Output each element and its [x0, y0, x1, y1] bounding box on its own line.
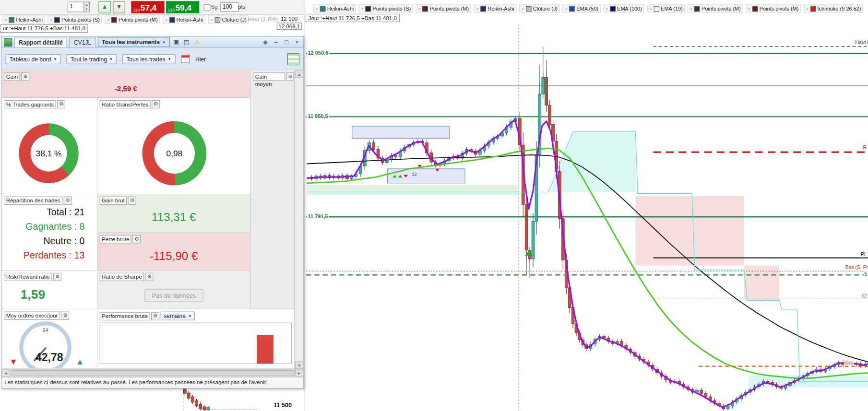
scroll-right-icon[interactable]: ►	[295, 370, 303, 377]
tab-cv1jl[interactable]: CV1JL	[70, 37, 96, 47]
legend-item[interactable]: ×Points pivots (M)	[416, 4, 471, 12]
scroll-down-icon[interactable]: ▼	[295, 361, 303, 369]
settings-wrench-icon[interactable]: ⚙	[151, 312, 159, 320]
legend-item[interactable]: ×EMA (100)	[603, 4, 644, 12]
settings-wrench-icon[interactable]: ⚙	[145, 273, 154, 281]
settings-wrench-icon[interactable]: ⚙	[286, 72, 294, 81]
report-vertical-scrollbar[interactable]: ▲ ▼	[295, 70, 303, 369]
legend-close-icon[interactable]: ×	[165, 17, 168, 23]
legend-item[interactable]: ×EMA (50)	[562, 4, 600, 12]
gain-panel: Gain⚙ -2,59 €	[1, 70, 250, 98]
warning-icon[interactable]: ⚠	[193, 38, 201, 46]
legend-close-icon[interactable]: ×	[210, 17, 213, 23]
close-icon[interactable]: ×	[293, 39, 301, 46]
table-view-icon[interactable]	[287, 53, 299, 65]
legend-item[interactable]: ×EMA (19)	[647, 4, 685, 12]
settings-wrench-icon[interactable]: ⚙	[21, 72, 29, 81]
legend-close-icon[interactable]: ×	[418, 6, 421, 12]
dashboard-dropdown[interactable]: Tableau de bord▼	[6, 54, 61, 64]
legend-close-icon[interactable]: ×	[361, 6, 364, 12]
legend-color-swatch	[169, 17, 175, 23]
legend-item-label: EMA (19)	[661, 6, 683, 12]
legend-item[interactable]: ×Heikin-Ashi	[2, 15, 45, 23]
legend-item[interactable]: ×Points pivots (S)	[359, 4, 413, 12]
sg-label: Sg	[211, 4, 218, 10]
legend-close-icon[interactable]: ×	[649, 6, 652, 12]
instruments-dropdown[interactable]: Tous les instruments ▼	[98, 37, 170, 47]
settings-wrench-icon[interactable]: ⚙	[132, 235, 141, 243]
legend-color-swatch	[654, 6, 659, 12]
legend-item[interactable]: ×Heikin-Ashi	[474, 4, 516, 12]
level-name-label: Bas (S, Pr	[845, 264, 868, 270]
legend-item[interactable]: ×Clôture (J)	[208, 15, 249, 23]
scroll-left-icon[interactable]: ◄	[1, 370, 10, 377]
settings-wrench-icon[interactable]: ⚙	[61, 312, 69, 320]
legend-item[interactable]: ×Heikin-Ashi	[313, 4, 356, 12]
trading-scope-dropdown[interactable]: Tout le trading▼	[67, 54, 117, 64]
legend-close-icon[interactable]: ×	[690, 6, 693, 12]
period-dropdown[interactable]: semaine▼	[160, 312, 195, 320]
left-haut-level-label: Haut (J, Pré)	[248, 16, 278, 22]
bid-price-box[interactable]: 11657,4	[131, 1, 164, 13]
legend-color-swatch	[810, 6, 816, 12]
legend-item[interactable]: ×Heikin-Ashi	[163, 15, 205, 23]
screenshot-icon[interactable]: ▣	[172, 38, 180, 46]
legend-close-icon[interactable]: ×	[806, 6, 809, 12]
legend-close-icon[interactable]: ×	[522, 6, 524, 12]
legend-item[interactable]: ×Points pivots (S)	[48, 15, 102, 23]
scroll-up-icon[interactable]: ▲	[295, 70, 303, 78]
minimize-icon[interactable]: –	[272, 39, 280, 46]
settings-wrench-icon[interactable]: ⚙	[152, 100, 160, 108]
legend-item[interactable]: ×Points pivots (M)	[746, 4, 801, 12]
detach-icon[interactable]: ◈	[262, 38, 270, 46]
settings-wrench-icon[interactable]: ⚙	[53, 273, 61, 281]
chevron-down-icon: ▼	[53, 57, 57, 61]
gross-loss-panel: Perte brute⚙ -115,90 €	[97, 233, 251, 270]
legend-item-label: Points pivots (M)	[760, 6, 799, 12]
sell-order-icon[interactable]: ▼	[113, 1, 125, 13]
legend-close-icon[interactable]: ×	[316, 6, 319, 12]
trades-filter-dropdown[interactable]: Tous les trades▼	[122, 54, 175, 64]
breakdown-panel-title: Répartition des trades	[4, 197, 62, 205]
legend-item-label: Heikin-Ashi	[177, 17, 203, 23]
calendar-icon[interactable]	[181, 55, 190, 63]
interval-spinner[interactable]: ▲▼	[83, 1, 90, 12]
left-chart-legend: ×Heikin-Ashi×Points pivots (S)×Points pi…	[2, 15, 249, 23]
pts-input[interactable]: 100	[220, 2, 239, 12]
legend-color-swatch	[54, 17, 60, 23]
legend-color-swatch	[610, 6, 616, 12]
hier-label: Hier	[195, 56, 206, 62]
legend-item[interactable]: ×Ichimoku (9 26 52)	[804, 4, 863, 12]
settings-wrench-icon[interactable]: ⚙	[63, 197, 71, 205]
report-window-titlebar[interactable]: Rapport détaillé CV1JL Tous les instrume…	[1, 36, 303, 48]
settings-wrench-icon[interactable]: ⚙	[57, 100, 65, 108]
legend-close-icon[interactable]: ×	[50, 17, 53, 23]
settings-wrench-icon[interactable]: ⚙	[128, 197, 136, 205]
legend-item[interactable]: ×Points pivots (M)	[688, 4, 743, 12]
ask-price-box[interactable]: 11659,4	[166, 1, 199, 13]
legend-item[interactable]: ×Clôture (J)	[519, 4, 560, 12]
legend-item-label: Points pivots (M)	[429, 6, 469, 12]
app-root: 1 ▲▼ ▲ ▼ 11657,4 11659,4 Sg 100 pts ×Hei…	[0, 0, 868, 411]
legend-color-swatch	[9, 17, 14, 23]
legend-item-label: Heikin-Ashi	[16, 17, 42, 23]
ratio-donut: 0,98	[143, 121, 207, 186]
scrollbar-thumb[interactable]	[11, 370, 295, 376]
sg-checkbox[interactable]	[204, 4, 211, 11]
legend-close-icon[interactable]: ×	[476, 6, 479, 12]
legend-item[interactable]: ×Points pivots (M)	[105, 15, 160, 23]
legend-close-icon[interactable]: ×	[4, 17, 7, 23]
repartition-row: Perdantes : 13	[24, 248, 85, 263]
winrate-donut: 38,1 %	[19, 123, 79, 183]
export-icon[interactable]: ▤	[182, 38, 190, 46]
legend-close-icon[interactable]: ×	[748, 6, 751, 12]
legend-close-icon[interactable]: ×	[606, 6, 608, 12]
legend-color-swatch	[569, 6, 575, 12]
buy-order-icon[interactable]: ▲	[98, 1, 110, 13]
right-price-chart[interactable]: 12	[305, 0, 868, 411]
legend-close-icon[interactable]: ×	[565, 6, 568, 12]
legend-close-icon[interactable]: ×	[107, 17, 110, 23]
report-horizontal-scrollbar[interactable]: ◄ ►	[1, 369, 303, 377]
tab-rapport-detaille[interactable]: Rapport détaillé	[14, 37, 67, 47]
maximize-icon[interactable]: □	[282, 39, 290, 46]
